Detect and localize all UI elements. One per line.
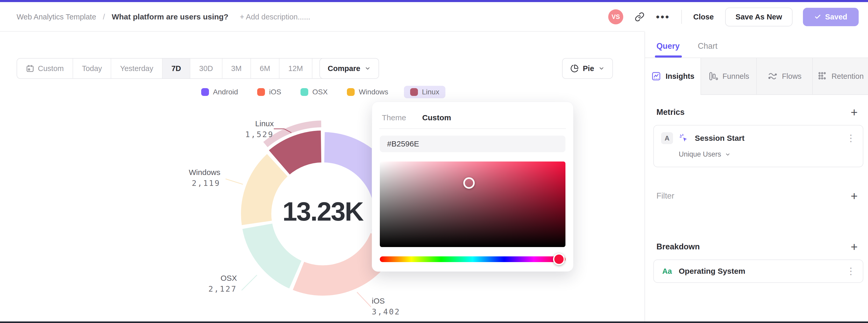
insights-icon (651, 71, 661, 82)
flows-icon (767, 71, 778, 82)
range-30d[interactable]: 30D (190, 59, 222, 78)
analysis-type-tabs: Insights Funnels Flows Retention (645, 58, 868, 95)
legend-label: Linux (422, 88, 439, 96)
legend-swatch-osx (301, 88, 308, 96)
range-12m[interactable]: 12M (279, 59, 312, 78)
legend-label: iOS (269, 88, 281, 96)
property-type-badge: Aa (661, 267, 673, 276)
kebab-menu-icon[interactable]: ⋮ (846, 134, 856, 142)
leader-line-ios (357, 292, 371, 307)
color-cursor[interactable] (463, 177, 475, 189)
slice-label-ios: iOS 3,402 (372, 295, 429, 317)
range-today[interactable]: Today (73, 59, 111, 78)
close-button[interactable]: Close (693, 13, 714, 21)
chevron-down-icon (598, 65, 604, 71)
retention-icon (817, 71, 827, 82)
hue-slider[interactable] (380, 256, 565, 262)
color-picker-popup: Theme Custom #B2596E (372, 102, 574, 272)
header-bottom-border (0, 31, 645, 32)
legend-swatch-windows (347, 88, 355, 96)
tab-insights[interactable]: Insights (645, 58, 701, 95)
range-3m[interactable]: 3M (222, 59, 251, 78)
tab-label: Retention (832, 72, 864, 80)
add-description-button[interactable]: + Add description...... (240, 13, 310, 21)
ellipsis-icon: ••• (656, 11, 670, 23)
app-window: Web Analytics Template / What platform a… (0, 0, 868, 323)
slice-label-value: 1,529 (220, 129, 274, 140)
legend-label: Windows (359, 88, 389, 96)
legend-item-windows[interactable]: Windows (343, 86, 392, 98)
funnels-icon (708, 71, 718, 82)
share-link-button[interactable] (635, 12, 645, 22)
chevron-down-icon (365, 65, 371, 71)
page-title[interactable]: What platform are users using? (112, 12, 228, 21)
pie-chart-icon (570, 64, 579, 73)
tab-custom[interactable]: Custom (422, 113, 451, 122)
legend-item-osx[interactable]: OSX (297, 86, 331, 98)
range-6m[interactable]: 6M (251, 59, 279, 78)
series-letter-badge: A (661, 132, 673, 144)
legend-label: Android (213, 88, 238, 96)
metric-card[interactable]: A Session Start ⋮ Unique Users (653, 125, 863, 167)
compare-button[interactable]: Compare (319, 58, 379, 79)
sidebar-tabs: Query Chart (645, 32, 868, 58)
range-7d[interactable]: 7D (162, 59, 190, 78)
query-sidebar: Query Chart Insights Funnels Flo (645, 32, 868, 321)
breakdown-title: Breakdown (656, 242, 700, 252)
tab-theme[interactable]: Theme (382, 113, 406, 122)
avatar[interactable]: VS (608, 9, 623, 24)
slice-label-windows: Windows 2,119 (168, 167, 220, 189)
legend-swatch-ios (257, 88, 265, 96)
tab-retention[interactable]: Retention (812, 58, 868, 95)
tab-query[interactable]: Query (656, 41, 680, 58)
hue-slider-thumb[interactable] (553, 253, 565, 265)
chevron-down-icon (725, 152, 731, 157)
tab-chart[interactable]: Chart (698, 41, 718, 58)
check-icon (814, 13, 821, 20)
legend-item-linux[interactable]: Linux (404, 86, 446, 98)
tab-label: Flows (782, 72, 802, 80)
tab-funnels[interactable]: Funnels (701, 58, 756, 95)
slice-label-name: Windows (168, 167, 220, 178)
add-breakdown-button[interactable]: + (850, 241, 858, 253)
aggregation-dropdown[interactable]: Unique Users (679, 150, 856, 158)
leader-line-osx (242, 275, 257, 290)
breakdown-card[interactable]: Aa Operating System ⋮ (653, 259, 863, 283)
save-as-new-button[interactable]: Save As New (725, 7, 792, 27)
donut-slice-osx[interactable] (242, 223, 302, 290)
saturation-value-area[interactable] (380, 162, 565, 247)
saved-label: Saved (825, 13, 847, 21)
leader-line-windows (225, 179, 243, 184)
tab-flows[interactable]: Flows (756, 58, 812, 95)
compare-label: Compare (328, 64, 360, 73)
header: Web Analytics Template / What platform a… (0, 2, 868, 32)
breakdown-property-name: Operating System (679, 267, 745, 276)
more-options-button[interactable]: ••• (656, 11, 670, 23)
legend-item-ios[interactable]: iOS (253, 86, 285, 98)
tab-label: Funnels (722, 72, 749, 80)
add-metric-button[interactable]: + (850, 106, 858, 118)
click-event-icon (679, 133, 689, 143)
legend-swatch-linux (410, 88, 418, 96)
metrics-header: Metrics + (645, 106, 868, 118)
breadcrumb-root[interactable]: Web Analytics Template (17, 13, 96, 21)
slice-label-osx: OSX 2,127 (189, 273, 237, 294)
calendar-icon (26, 64, 34, 73)
legend-item-android[interactable]: Android (197, 86, 242, 98)
saved-button[interactable]: Saved (803, 8, 859, 26)
add-filter-button[interactable]: + (850, 190, 858, 202)
hex-color-input[interactable]: #B2596E (380, 136, 565, 152)
kebab-menu-icon[interactable]: ⋮ (846, 267, 856, 275)
slice-label-name: Linux (220, 118, 274, 129)
slice-label-value: 2,119 (168, 178, 220, 189)
tab-label: Insights (665, 72, 694, 80)
link-icon (635, 12, 645, 22)
top-accent-bar (0, 0, 868, 2)
filter-header: Filter + (645, 190, 868, 202)
range-custom[interactable]: Custom (17, 59, 73, 78)
metric-event-name: Session Start (695, 134, 745, 142)
header-divider (681, 10, 682, 24)
chart-type-button[interactable]: Pie (562, 58, 613, 79)
legend-label: OSX (312, 88, 328, 96)
range-yesterday[interactable]: Yesterday (111, 59, 162, 78)
